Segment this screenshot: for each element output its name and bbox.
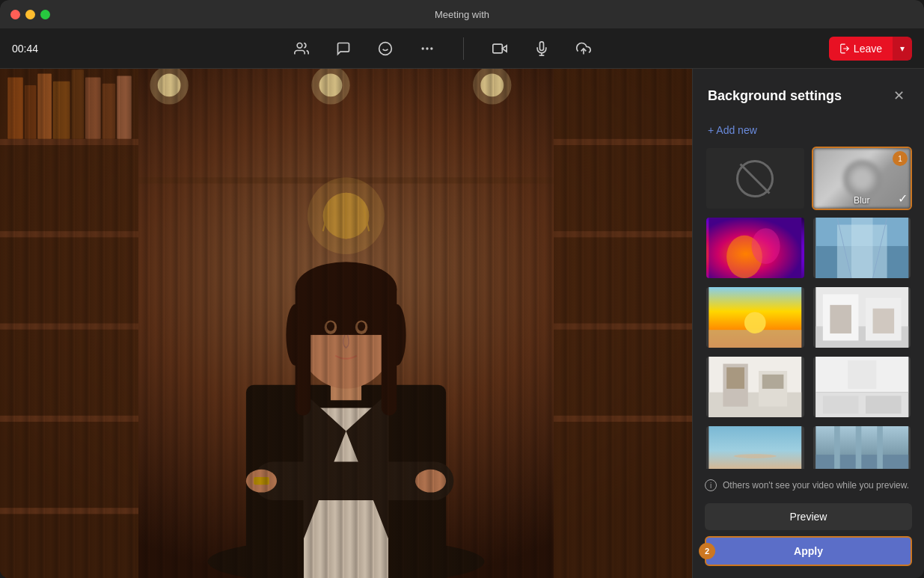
leave-dropdown-button[interactable]: ▾: [893, 37, 912, 61]
chat-button[interactable]: [330, 35, 357, 62]
interior1-preview: [706, 357, 804, 417]
svg-rect-95: [866, 396, 902, 413]
leave-group: Leave ▾: [829, 37, 912, 61]
bg-thumb-room-white-inner: [813, 287, 911, 348]
blur-circle-icon: [843, 160, 881, 197]
people-button[interactable]: [288, 35, 315, 62]
video-area: [0, 69, 692, 578]
svg-rect-94: [822, 396, 858, 413]
leave-label: Leave: [854, 43, 882, 55]
traffic-lights: [10, 10, 50, 19]
apply-badge: 2: [699, 543, 715, 559]
bg-thumb-interior1[interactable]: [705, 355, 806, 419]
bg-thumb-colorful-inner: [706, 218, 804, 278]
svg-rect-100: [816, 455, 908, 469]
svg-rect-85: [709, 393, 801, 417]
bg-thumb-sunset-inner: [706, 287, 804, 348]
svg-point-0: [298, 43, 303, 48]
room-preview: [813, 287, 911, 348]
camera-button[interactable]: [486, 35, 513, 62]
interior2-preview: [813, 357, 911, 417]
mic-button[interactable]: [528, 35, 555, 62]
svg-rect-89: [762, 375, 784, 389]
sunset-preview: [706, 287, 804, 348]
none-icon: [736, 160, 774, 197]
bg-thumb-sunset[interactable]: [705, 286, 806, 349]
close-button[interactable]: [10, 10, 20, 19]
svg-rect-82: [830, 305, 851, 333]
bg-thumb-none-inner: [706, 148, 804, 209]
window-title: Meeting with: [435, 9, 489, 20]
preview-button[interactable]: Preview: [705, 503, 912, 530]
share-screen-button[interactable]: [570, 35, 597, 62]
bg-thumb-outdoor1[interactable]: [705, 425, 806, 469]
bg-thumb-outdoor1-inner: [706, 426, 804, 469]
bg-thumb-interior2-inner: [813, 357, 911, 417]
main-content: Background settings ✕ + Add new: [0, 69, 924, 578]
outdoor1-preview: [706, 426, 804, 469]
svg-point-68: [751, 228, 780, 264]
bg-thumb-blur[interactable]: 1 ✓ Blur: [812, 147, 913, 210]
info-text: Others won't see your video while you pr…: [723, 480, 909, 491]
bg-thumb-colorful[interactable]: [705, 216, 806, 280]
info-icon: i: [705, 479, 717, 491]
add-new-label: + Add new: [708, 124, 757, 136]
apply-button-wrapper: 2 Apply: [705, 536, 912, 566]
selected-badge: 1: [893, 151, 908, 166]
bg-row-3: [705, 286, 912, 349]
svg-point-1: [379, 42, 392, 55]
outdoor2-preview: [813, 426, 911, 469]
minimize-button[interactable]: [25, 10, 35, 19]
bg-thumb-outdoor2-inner: [813, 426, 911, 469]
corridor-preview: [813, 218, 911, 278]
background-grid: 1 ✓ Blur: [693, 147, 924, 469]
more-button[interactable]: [414, 35, 441, 62]
titlebar: Meeting with: [0, 0, 924, 28]
bg-thumb-interior1-inner: [706, 357, 804, 417]
bg-row-5: [705, 425, 912, 469]
bg-row-1: 1 ✓ Blur: [705, 147, 912, 210]
svg-rect-97: [709, 426, 801, 469]
video-background: [0, 69, 692, 578]
apply-button[interactable]: Apply: [705, 536, 912, 566]
bg-thumb-none[interactable]: [705, 147, 806, 210]
leave-button[interactable]: Leave: [829, 37, 893, 61]
check-icon: ✓: [898, 191, 908, 206]
maximize-button[interactable]: [40, 10, 50, 19]
svg-rect-96: [848, 360, 876, 389]
bg-row-4: [705, 355, 912, 419]
bg-panel-header: Background settings ✕: [693, 69, 924, 120]
svg-point-77: [744, 312, 766, 333]
bg-thumb-outdoor2[interactable]: [812, 425, 913, 469]
svg-point-6: [431, 47, 433, 49]
bg-thumb-corridor-inner: [813, 218, 911, 278]
svg-point-4: [422, 47, 424, 49]
svg-point-5: [426, 47, 429, 49]
bg-row-2: [705, 216, 912, 280]
bg-info: i Others won't see your video while you …: [693, 469, 924, 497]
svg-marker-7: [503, 45, 507, 51]
svg-rect-72: [851, 218, 872, 278]
call-timer: 00:44: [12, 43, 57, 55]
reactions-button[interactable]: [372, 35, 399, 62]
background-settings-panel: Background settings ✕ + Add new: [692, 69, 924, 578]
add-new-background-button[interactable]: + Add new: [693, 120, 924, 147]
video-overlay: [0, 69, 692, 578]
toolbar-right-controls: Leave ▾: [829, 37, 912, 61]
svg-rect-8: [493, 44, 503, 53]
toolbar: 00:44: [0, 28, 924, 69]
svg-point-98: [734, 454, 777, 458]
bg-thumb-interior2[interactable]: [812, 355, 913, 419]
close-panel-button[interactable]: ✕: [888, 85, 909, 106]
bg-panel-title: Background settings: [708, 88, 842, 104]
svg-rect-83: [872, 309, 894, 333]
colorful-preview: [706, 218, 804, 278]
blur-label: Blur: [854, 195, 869, 206]
bg-thumb-corridor[interactable]: [812, 216, 913, 280]
toolbar-center-controls: [57, 35, 829, 62]
svg-rect-87: [726, 367, 744, 389]
toolbar-divider: [463, 37, 464, 60]
bg-thumb-room-white[interactable]: [812, 286, 913, 349]
bg-buttons: Preview 2 Apply: [693, 497, 924, 578]
